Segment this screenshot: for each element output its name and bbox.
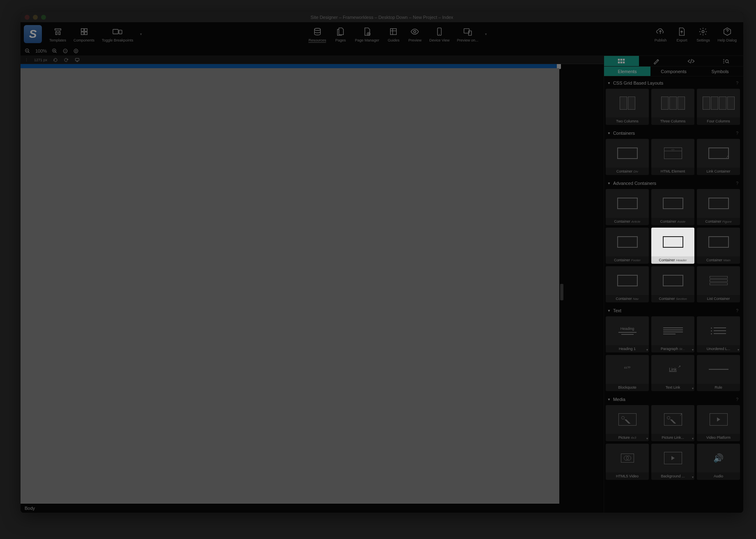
pages-button[interactable]: Pages — [330, 24, 351, 44]
zoom-in-icon[interactable] — [52, 48, 57, 54]
help-button[interactable]: Help Dialog — [714, 24, 740, 44]
settings-button[interactable]: Settings — [693, 24, 713, 44]
close-window-button[interactable] — [25, 15, 30, 20]
tile-dropdown-icon[interactable]: ▾ — [692, 475, 694, 479]
preview-button[interactable]: Preview — [404, 24, 425, 44]
help-icon[interactable]: ? — [736, 309, 738, 313]
help-icon[interactable]: ? — [736, 131, 738, 136]
tile-label: Four Columns — [697, 117, 740, 125]
canvas-top-breakpoint-bar[interactable] — [21, 64, 559, 68]
ruler-refresh-icon[interactable] — [64, 58, 69, 62]
tile-label: Paragraph St... — [651, 345, 694, 352]
tile-label: Container Aside — [651, 218, 694, 225]
ruler-grip-icon[interactable]: ⋮ — [25, 58, 28, 62]
components-button[interactable]: Components — [70, 24, 98, 44]
tile-label: Heading 1 — [606, 345, 649, 352]
element-tile-container-footer[interactable]: Container Footer — [606, 228, 649, 264]
zoom-reset-icon[interactable] — [73, 48, 79, 54]
tab-components[interactable]: Components — [650, 67, 697, 76]
toolbar-dropdown-1[interactable]: ▾ — [138, 32, 145, 36]
element-tile-three-columns[interactable]: Three Columns — [651, 89, 694, 125]
element-tile-list-container[interactable]: List Container — [697, 266, 740, 302]
element-tile-heading-1[interactable]: HeadingHeading 1▾ — [606, 316, 649, 352]
element-tile-container-aside[interactable]: Container Aside — [651, 189, 694, 225]
canvas-page[interactable] — [21, 68, 559, 504]
canvas-resize-handle[interactable] — [560, 284, 563, 300]
element-tile-html5-video[interactable]: HTML5 Video — [606, 444, 649, 480]
zoom-fit-icon[interactable] — [62, 48, 68, 54]
svg-rect-5 — [119, 30, 122, 34]
element-tile-container-main[interactable]: Container Main — [697, 228, 740, 264]
tile-preview — [697, 316, 740, 345]
toolbar-dropdown-2[interactable]: ▾ — [483, 32, 489, 36]
element-tile-container-header[interactable]: Container Header — [651, 228, 694, 264]
maximize-window-button[interactable] — [41, 15, 46, 20]
tile-label: Container Nav — [606, 295, 649, 302]
tile-preview: Heading — [606, 316, 649, 345]
section-text[interactable]: ▼Text? — [606, 306, 740, 316]
mode-code-button[interactable] — [674, 56, 709, 66]
tab-elements[interactable]: Elements — [604, 67, 650, 76]
resources-button[interactable]: Resources — [305, 24, 329, 44]
canvas-stage[interactable] — [21, 64, 559, 504]
element-tile-picture-link-[interactable]: ↗Picture Link...▾ — [651, 405, 694, 441]
minimize-window-button[interactable] — [33, 15, 38, 20]
tile-preview: </> — [651, 139, 694, 168]
zoom-out-icon[interactable] — [25, 48, 30, 54]
tile-label: HTML Element — [651, 168, 694, 175]
preview-on-button[interactable]: Preview on... — [454, 24, 482, 44]
element-tile-four-columns[interactable]: Four Columns — [697, 89, 740, 125]
svg-rect-8 — [391, 29, 397, 35]
section-media[interactable]: ▼Media? — [606, 394, 740, 404]
element-tile-background-[interactable]: Background ...▾ — [651, 444, 694, 480]
device-view-button[interactable]: Device View — [426, 24, 453, 44]
svg-rect-2 — [81, 32, 83, 35]
tile-dropdown-icon[interactable]: ▾ — [692, 437, 694, 440]
element-tile-video-platform[interactable]: Video Platform — [697, 405, 740, 441]
tile-dropdown-icon[interactable]: ▾ — [692, 387, 694, 390]
toggle-breakpoints-button[interactable]: Toggle Breakpoints — [99, 24, 137, 44]
element-tile-audio[interactable]: 🔊Audio — [697, 444, 740, 480]
element-tile-text-link[interactable]: LinkText Link▾ — [651, 355, 694, 391]
element-tile-two-columns[interactable]: Two Columns — [606, 89, 649, 125]
help-icon[interactable]: ? — [736, 81, 738, 85]
element-tile-link-container[interactable]: Link Container — [697, 139, 740, 175]
element-tile-rule[interactable]: Rule — [697, 355, 740, 391]
tab-symbols[interactable]: Symbols — [697, 67, 743, 76]
element-tile-container-div[interactable]: Container Div — [606, 139, 649, 175]
ruler-display-icon[interactable] — [74, 58, 80, 62]
publish-button[interactable]: Publish — [650, 24, 671, 44]
tile-dropdown-icon[interactable]: ▾ — [692, 348, 694, 352]
ruler-rotate-icon[interactable] — [53, 58, 58, 62]
element-tile-paragraph-st-[interactable]: Paragraph St...▾ — [651, 316, 694, 352]
tile-dropdown-icon[interactable]: ▾ — [738, 348, 739, 352]
pages-icon — [336, 26, 345, 37]
element-tile-picture-4x3[interactable]: Picture 4x3▾ — [606, 405, 649, 441]
element-tile-container-figure[interactable]: Container Figure — [697, 189, 740, 225]
templates-button[interactable]: Templates — [46, 24, 69, 44]
tile-dropdown-icon[interactable]: ▾ — [646, 348, 648, 352]
element-tile-container-section[interactable]: Container Section — [651, 266, 694, 302]
breadcrumb[interactable]: Body — [25, 506, 35, 511]
guides-button[interactable]: Guides — [383, 24, 404, 44]
help-icon[interactable]: ? — [736, 181, 738, 186]
page-manager-button[interactable]: Page Manager — [352, 24, 382, 44]
mode-styles-button[interactable] — [639, 56, 674, 66]
section-advanced-containers[interactable]: ▼Advanced Containers? — [606, 178, 740, 188]
section-containers[interactable]: ▼Containers? — [606, 128, 740, 138]
element-tile-container-article[interactable]: Container Article — [606, 189, 649, 225]
export-button[interactable]: Export — [671, 24, 692, 44]
mode-elements-button[interactable] — [604, 56, 639, 66]
help-icon[interactable]: ? — [736, 397, 738, 402]
tile-preview — [697, 139, 740, 168]
canvas-width-label: 1271 px — [34, 58, 47, 62]
section-css-grid[interactable]: ▼CSS Grid Based Layouts? — [606, 78, 740, 88]
tile-preview: ↗ — [651, 405, 694, 434]
preview-icon — [410, 26, 420, 37]
mode-search-button[interactable] — [708, 56, 743, 66]
element-tile-html-element[interactable]: </>HTML Element — [651, 139, 694, 175]
element-tile-unordered-l-[interactable]: Unordered L...▾ — [697, 316, 740, 352]
element-tile-container-nav[interactable]: Container Nav — [606, 266, 649, 302]
element-tile-blockquote[interactable]: “”Blockquote — [606, 355, 649, 391]
tile-dropdown-icon[interactable]: ▾ — [646, 437, 648, 440]
